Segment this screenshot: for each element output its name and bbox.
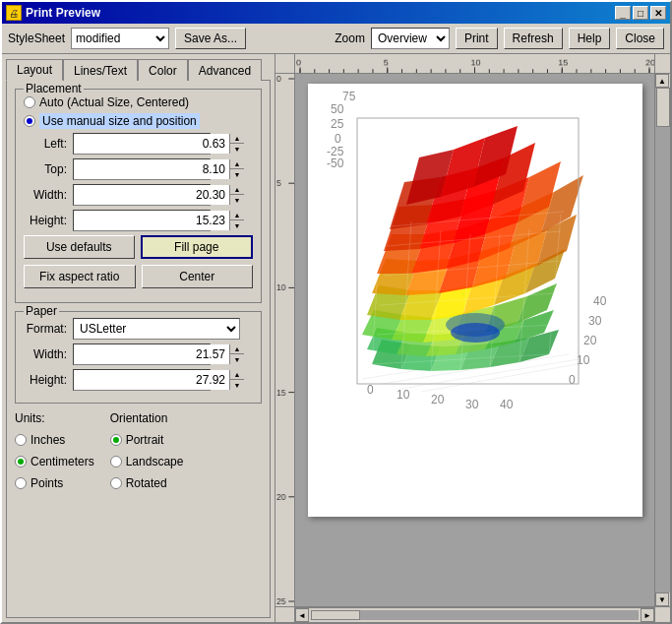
tab-color[interactable]: Color	[138, 59, 188, 81]
fix-aspect-button[interactable]: Fix aspect ratio	[24, 265, 136, 288]
print-preview-window: 🖨 Print Preview _ □ ✕ StyleSheet modifie…	[0, 0, 672, 624]
centimeters-radio[interactable]	[15, 456, 27, 468]
placement-label: Placement	[24, 82, 84, 95]
save-as-button[interactable]: Save As...	[175, 28, 246, 49]
manual-radio[interactable]	[24, 115, 35, 127]
units-title: Units:	[15, 411, 94, 425]
width-input[interactable]	[74, 185, 229, 205]
scroll-left-button[interactable]: ◄	[295, 608, 309, 622]
top-input[interactable]	[74, 159, 229, 179]
close-button[interactable]: Close	[616, 28, 664, 49]
ruler-area	[275, 54, 670, 74]
scroll-right-button[interactable]: ►	[641, 608, 654, 622]
portrait-radio[interactable]	[110, 434, 122, 446]
left-spin-down[interactable]: ▼	[230, 144, 244, 154]
right-panel: 75 50 25 0 -25 -50 0 10 20 30 40	[275, 54, 670, 622]
manual-radio-label[interactable]: Use manual size and position	[39, 113, 200, 129]
top-spin-up[interactable]: ▲	[230, 159, 244, 169]
use-defaults-button[interactable]: Use defaults	[24, 235, 135, 259]
vertical-scrollbar[interactable]: ▲ ▼	[654, 74, 670, 606]
format-select[interactable]: USLetter	[74, 319, 239, 339]
height-field-row: Height: ▲ ▼	[24, 210, 253, 231]
points-row: Points	[15, 476, 94, 490]
stylesheet-select[interactable]: modified	[71, 28, 169, 49]
format-label: Format:	[24, 322, 73, 336]
height-input[interactable]	[74, 211, 229, 230]
height-input-wrap: ▲ ▼	[73, 210, 211, 231]
left-input-wrap: ▲ ▼	[73, 133, 211, 155]
rotated-label[interactable]: Rotated	[126, 476, 167, 490]
ruler-corner	[275, 54, 295, 74]
height-spin-down[interactable]: ▼	[230, 220, 244, 230]
paper-width-down[interactable]: ▼	[230, 354, 244, 364]
svg-text:20: 20	[583, 334, 597, 347]
svg-text:0: 0	[367, 383, 374, 397]
auto-radio[interactable]	[24, 96, 35, 108]
paper-height-up[interactable]: ▲	[230, 370, 244, 380]
chart-svg: 75 50 25 0 -25 -50 0 10 20 30 40	[313, 89, 618, 463]
points-radio[interactable]	[15, 477, 27, 489]
svg-text:0: 0	[569, 373, 576, 387]
points-label[interactable]: Points	[31, 476, 63, 490]
landscape-label[interactable]: Landscape	[126, 455, 184, 468]
inches-radio[interactable]	[15, 434, 27, 446]
toolbar: StyleSheet modified Save As... Zoom Over…	[2, 24, 670, 54]
portrait-label[interactable]: Portrait	[126, 433, 164, 447]
svg-text:10: 10	[397, 388, 410, 402]
left-input[interactable]	[74, 134, 229, 154]
paper-height-label: Height:	[24, 373, 73, 387]
left-label: Left:	[24, 137, 73, 151]
placement-group: Placement Auto (Actual Size, Centered) U…	[15, 89, 262, 303]
title-bar: 🖨 Print Preview _ □ ✕	[2, 2, 670, 24]
maximize-button[interactable]: □	[633, 6, 648, 20]
refresh-button[interactable]: Refresh	[504, 28, 563, 49]
units-orientation-section: Units: Inches Centimeters Points	[15, 411, 262, 494]
h-scroll-track[interactable]	[311, 610, 639, 620]
paper-width-input[interactable]	[74, 344, 229, 364]
preview-scroll-area[interactable]: 75 50 25 0 -25 -50 0 10 20 30 40	[295, 74, 654, 606]
paper-height-input[interactable]	[74, 370, 229, 390]
paper-width-spinners: ▲ ▼	[229, 344, 244, 364]
close-window-button[interactable]: ✕	[650, 6, 666, 20]
zoom-select[interactable]: Overview	[371, 28, 450, 49]
orientation-column: Orientation Portrait Landscape Rotated	[110, 411, 184, 494]
centimeters-label[interactable]: Centimeters	[31, 455, 94, 468]
paper-width-row: Width: ▲ ▼	[24, 343, 253, 365]
svg-text:75: 75	[342, 90, 356, 103]
svg-text:25: 25	[331, 117, 344, 131]
tab-advanced[interactable]: Advanced	[188, 59, 262, 81]
width-spin-up[interactable]: ▲	[230, 185, 244, 195]
top-spin-down[interactable]: ▼	[230, 169, 244, 179]
width-spin-down[interactable]: ▼	[230, 195, 244, 205]
scroll-down-button[interactable]: ▼	[655, 593, 669, 606]
tab-lines-text[interactable]: Lines/Text	[63, 59, 138, 81]
center-button[interactable]: Center	[142, 265, 254, 288]
scroll-up-button[interactable]: ▲	[655, 74, 669, 88]
landscape-radio[interactable]	[110, 456, 122, 468]
auto-radio-row: Auto (Actual Size, Centered)	[24, 95, 253, 109]
rotated-radio[interactable]	[110, 477, 122, 489]
paper-label: Paper	[24, 304, 59, 318]
inches-label[interactable]: Inches	[31, 433, 65, 447]
zoom-group: Zoom Overview Print Refresh Help Close	[335, 28, 664, 49]
minimize-button[interactable]: _	[615, 6, 631, 20]
paper-group: Paper Format: USLetter Width:	[15, 311, 262, 404]
tab-layout[interactable]: Layout	[6, 59, 63, 81]
top-spinners: ▲ ▼	[229, 159, 244, 179]
tab-bar: Layout Lines/Text Color Advanced	[6, 58, 271, 80]
left-spin-up[interactable]: ▲	[230, 134, 244, 144]
height-spin-up[interactable]: ▲	[230, 211, 244, 220]
help-button[interactable]: Help	[569, 28, 611, 49]
paper-width-up[interactable]: ▲	[230, 344, 244, 354]
centimeters-row: Centimeters	[15, 455, 94, 468]
fill-page-button[interactable]: Fill page	[141, 235, 254, 259]
height-spinners: ▲ ▼	[229, 211, 244, 230]
print-button[interactable]: Print	[456, 28, 498, 49]
v-scroll-track[interactable]	[655, 88, 670, 593]
format-select-wrap: USLetter	[73, 318, 240, 340]
h-scroll-thumb[interactable]	[311, 610, 360, 620]
paper-height-down[interactable]: ▼	[230, 380, 244, 390]
width-spinners: ▲ ▼	[229, 185, 244, 205]
auto-radio-label[interactable]: Auto (Actual Size, Centered)	[39, 95, 189, 109]
v-scroll-thumb[interactable]	[656, 88, 670, 127]
